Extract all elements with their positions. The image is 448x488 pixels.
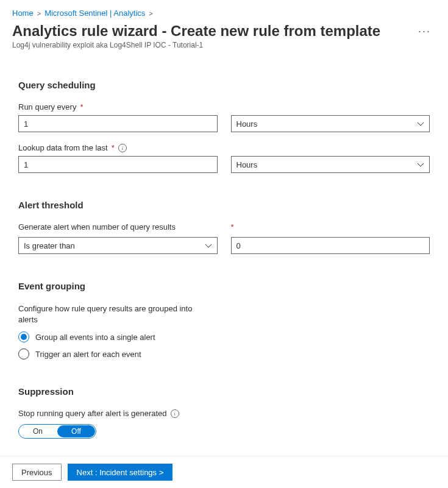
suppression-section: Suppression Stop running query after ale…: [18, 386, 430, 439]
chevron-right-icon: >: [37, 10, 41, 17]
suppression-toggle[interactable]: On Off: [18, 424, 96, 439]
run-query-label: Run query every: [18, 102, 76, 111]
radio-trigger-each[interactable]: Trigger an alert for each event: [18, 348, 430, 359]
next-button[interactable]: Next : Incident settings >: [68, 464, 173, 481]
grouping-description: Configure how rule query results are gro…: [18, 303, 201, 325]
run-query-value-input[interactable]: [18, 115, 218, 132]
breadcrumb-home[interactable]: Home: [12, 9, 34, 18]
footer-bar: Previous Next : Incident settings >: [0, 456, 448, 488]
radio-group-all[interactable]: Group all events into a single alert: [18, 331, 430, 342]
lookup-unit-value: Hours: [236, 160, 258, 169]
section-title-grouping: Event grouping: [18, 281, 430, 291]
chevron-right-icon: >: [149, 10, 152, 17]
threshold-operator-select[interactable]: Is greater than: [18, 237, 218, 254]
radio-label-all: Group all events into a single alert: [35, 333, 155, 342]
event-grouping-section: Event grouping Configure how rule query …: [18, 281, 430, 359]
lookup-unit-select[interactable]: Hours: [231, 156, 430, 173]
threshold-label: Generate alert when number of query resu…: [18, 222, 218, 233]
radio-label-each: Trigger an alert for each event: [35, 350, 141, 359]
query-scheduling-section: Query scheduling Run query every * Hours…: [18, 80, 430, 173]
required-marker: *: [231, 222, 234, 232]
required-marker: *: [80, 102, 83, 111]
alert-threshold-section: Alert threshold Generate alert when numb…: [18, 200, 430, 254]
toggle-on-label: On: [19, 425, 57, 438]
run-query-unit-select[interactable]: Hours: [231, 115, 430, 132]
suppression-label: Stop running query after alert is genera…: [18, 409, 167, 418]
section-title-scheduling: Query scheduling: [18, 80, 430, 90]
section-title-suppression: Suppression: [18, 386, 430, 397]
toggle-off-label: Off: [57, 425, 95, 437]
threshold-operator-value: Is greater than: [24, 241, 75, 250]
lookup-value-input[interactable]: [18, 156, 218, 173]
run-query-unit-value: Hours: [236, 119, 258, 129]
lookup-label: Lookup data from the last: [18, 143, 108, 152]
chevron-down-icon: [417, 120, 424, 127]
section-title-threshold: Alert threshold: [18, 200, 430, 210]
info-icon[interactable]: i: [118, 144, 127, 152]
more-menu-button[interactable]: ···: [413, 25, 436, 38]
chevron-down-icon: [205, 242, 212, 249]
radio-icon: [18, 331, 29, 342]
radio-icon: [18, 348, 29, 359]
chevron-down-icon: [417, 161, 424, 168]
breadcrumb-sentinel[interactable]: Microsoft Sentinel | Analytics: [44, 9, 145, 18]
previous-button[interactable]: Previous: [12, 464, 62, 481]
page-title: Analytics rule wizard - Create new rule …: [12, 23, 413, 40]
threshold-value-input[interactable]: [231, 237, 430, 254]
info-icon[interactable]: i: [171, 409, 179, 418]
page-subtitle: Log4j vulnerability exploit aka Log4Shel…: [0, 40, 448, 49]
breadcrumb: Home > Microsoft Sentinel | Analytics >: [0, 0, 448, 18]
required-marker: *: [112, 143, 115, 152]
